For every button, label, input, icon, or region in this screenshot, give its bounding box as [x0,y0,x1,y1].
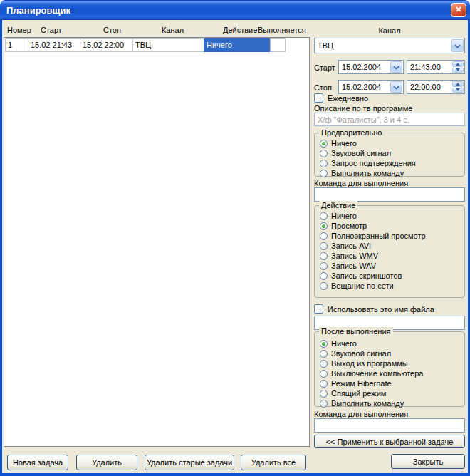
pre-command-label: Команда для выполнения [314,179,408,187]
stop-time-up-button[interactable] [452,81,464,87]
window-border-left [0,20,2,476]
action-group-title: Действие [319,201,357,210]
new-task-button[interactable]: Новая задача [7,455,68,470]
chevron-down-icon [393,63,400,71]
radio-action-fullscreen[interactable]: Полноэкранный просмотр [320,231,463,241]
apply-to-task-button[interactable]: << Применить к выбранной задаче [314,435,465,448]
scheduler-window: Планировщик Номер Старт Стоп Канал Дейст… [0,0,470,476]
pre-command-input[interactable] [314,187,465,202]
stop-date-picker[interactable]: 15.02.2004 [338,80,404,94]
header-channel: Канал [162,26,184,34]
titlebar[interactable]: Планировщик [0,0,470,20]
channel-combobox[interactable]: ТВЦ [314,38,465,53]
arrow-down-icon [456,88,460,91]
radio-pre-command[interactable]: Выполнить команду [320,168,463,178]
radio-action-record-wav[interactable]: Запись WAV [320,261,463,271]
radio-post-nothing[interactable]: Ничего [320,338,463,348]
stop-time-value: 22:00:00 [410,83,441,91]
post-group-title: После выполнения [319,327,393,336]
cell-running[interactable] [270,38,286,52]
radio-post-command[interactable]: Выполнить команду [320,398,463,408]
radio-icon [320,340,328,348]
description-input [314,113,465,126]
radio-pre-confirm[interactable]: Запрос подтверждения [320,158,463,168]
stop-label: Стоп [314,83,332,92]
channel-header-label: Канал [314,26,465,35]
header-stop: Стоп [103,26,121,34]
header-number: Номер [7,26,31,34]
radio-post-sleep[interactable]: Спящий режим [320,388,463,398]
radio-icon [320,222,328,230]
task-list[interactable]: 1 15.02 21:43 15.02 22:00 ТВЦ Ничего [4,37,310,447]
radio-action-nothing[interactable]: Ничего [320,211,463,221]
action-group: Действие Ничего Просмотр Полноэкранный п… [314,205,465,298]
start-date-dropdown-button[interactable] [390,61,402,73]
delete-all-button[interactable]: Удалить всё [241,455,306,470]
radio-icon [320,140,328,148]
radio-post-sound[interactable]: Звуковой сигнал [320,348,463,358]
daily-label[interactable]: Ежедневно [328,94,368,103]
radio-label: Звуковой сигнал [331,349,391,358]
radio-label: Ничего [331,139,357,148]
channel-value: ТВЦ [318,41,333,50]
radio-action-screenshots[interactable]: Запись скриншотов [320,271,463,281]
stop-time-spinner[interactable]: 22:00:00 [407,80,465,94]
stop-date-dropdown-button[interactable] [390,81,402,93]
cell-channel[interactable]: ТВЦ [132,38,204,52]
radio-pre-nothing[interactable]: Ничего [320,138,463,148]
cell-number[interactable]: 1 [5,38,28,52]
radio-action-record-wmv[interactable]: Запись WMV [320,251,463,261]
arrow-down-icon [456,68,460,71]
radio-label: Выполнить команду [331,399,404,408]
radio-icon [320,350,328,358]
radio-icon [320,242,328,250]
start-time-down-button[interactable] [452,68,464,73]
start-date-picker[interactable]: 15.02.2004 [338,60,404,74]
cell-action[interactable]: Ничего [204,38,271,52]
radio-label: Выключение компьютера [331,369,423,378]
radio-post-shutdown[interactable]: Выключение компьютера [320,368,463,378]
header-running: Выполняется [258,26,306,34]
start-time-spinner[interactable]: 21:43:00 [407,60,465,74]
close-button[interactable] [451,3,466,17]
radio-action-view[interactable]: Просмотр [320,221,463,231]
radio-label: Ничего [331,212,357,220]
pre-group: Предварительно Ничего Звуковой сигнал За… [314,133,465,177]
radio-label: Вещание по сети [331,281,394,290]
radio-action-broadcast[interactable]: Вещание по сети [320,281,463,291]
close-dialog-button[interactable]: Закрыть [391,454,465,469]
start-time-up-button[interactable] [452,61,464,67]
filename-label[interactable]: Использовать это имя файла [328,305,434,314]
radio-label: Запрос подтверждения [331,159,416,167]
radio-label: Запись скриншотов [331,271,402,280]
radio-icon [320,400,328,408]
radio-icon [320,360,328,368]
radio-icon [320,262,328,270]
radio-icon [320,150,328,157]
radio-pre-sound[interactable]: Звуковой сигнал [320,148,463,158]
window-title: Планировщик [6,5,70,16]
radio-post-exit[interactable]: Выход из программы [320,358,463,368]
chevron-down-icon [454,41,461,50]
delete-button[interactable]: Удалить [76,455,137,470]
arrow-up-icon [456,63,460,66]
radio-action-record-avi[interactable]: Запись AVI [320,241,463,251]
stop-date-value: 15.02.2004 [342,83,381,91]
radio-label: Просмотр [331,222,367,230]
post-command-input[interactable] [314,418,465,433]
delete-old-tasks-button[interactable]: Удалить старые задачи [145,455,234,470]
radio-icon [320,390,328,398]
start-date-value: 15.02.2004 [342,63,381,71]
header-start: Старт [41,26,62,34]
radio-icon [320,272,328,280]
channel-dropdown-button[interactable] [451,39,464,52]
cell-start[interactable]: 15.02 21:43 [28,38,80,52]
radio-post-hibernate[interactable]: Режим Hibernate [320,378,463,388]
filename-checkbox[interactable] [314,304,323,314]
stop-time-down-button[interactable] [452,88,464,93]
radio-icon [320,370,328,378]
daily-checkbox[interactable] [314,93,323,103]
radio-label: Звуковой сигнал [331,149,391,157]
radio-icon [320,252,328,260]
cell-stop[interactable]: 15.02 22:00 [80,38,133,52]
